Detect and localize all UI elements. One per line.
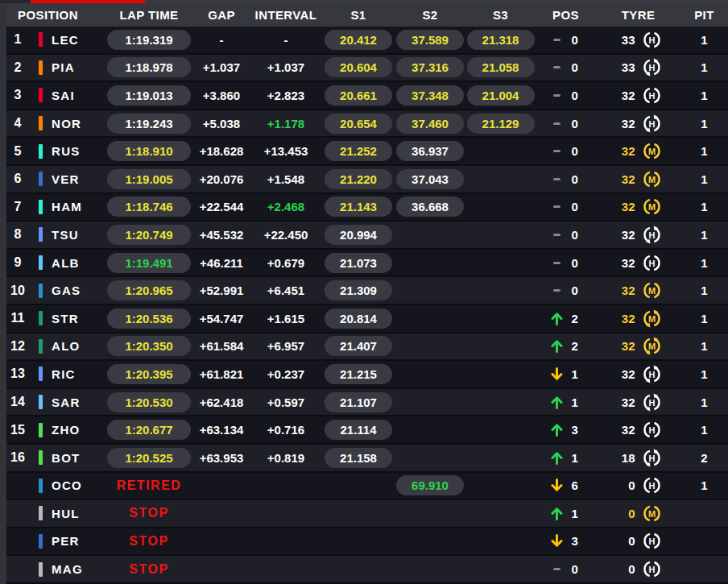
timing-row[interactable]: OCO RETIRED 69.910 6 0 H 1 bbox=[0, 473, 728, 501]
tyre-compound-icon: M bbox=[643, 337, 661, 355]
gap: +3.860 bbox=[193, 82, 250, 109]
driver-cell: RUS bbox=[35, 138, 105, 164]
driver-cell: PIA bbox=[35, 55, 105, 81]
tyre-compound-icon: H bbox=[643, 254, 661, 272]
driver-code: STR bbox=[52, 312, 79, 325]
sector-1-cell bbox=[322, 473, 395, 499]
driver-code: SAI bbox=[52, 89, 75, 102]
position-change-value: 2 bbox=[572, 339, 581, 353]
timing-row[interactable]: 1 LEC 1:19.319 - - 20.412 37.589 21.318 … bbox=[0, 27, 728, 55]
tyre-laps: 0 bbox=[616, 562, 635, 576]
sector-3-cell bbox=[465, 333, 536, 360]
svg-text:H: H bbox=[648, 91, 655, 101]
interval: +0.819 bbox=[250, 445, 322, 471]
timing-row[interactable]: 11 STR 1:20.536 +54.747 +1.615 20.814 2 … bbox=[0, 305, 728, 333]
lap-time-cell: STOP bbox=[105, 500, 193, 527]
timing-row[interactable]: 3 SAI 1:19.013 +3.860 +2.823 20.661 37.3… bbox=[0, 82, 728, 110]
timing-row[interactable]: 16 BOT 1:20.525 +63.953 +0.819 21.158 1 … bbox=[0, 445, 728, 473]
timing-row[interactable]: MAG STOP 0 0 H bbox=[0, 556, 728, 584]
lap-time: 1:19.005 bbox=[107, 169, 191, 189]
svg-text:H: H bbox=[648, 118, 655, 128]
tyre-cell: 33 H bbox=[596, 55, 680, 81]
position-change-cell: 2 bbox=[536, 305, 596, 332]
team-color-bar bbox=[39, 506, 43, 520]
timing-row[interactable]: HUL STOP 1 0 M bbox=[0, 500, 728, 528]
driver-cell: SAI bbox=[35, 82, 105, 109]
sector-1: 20.654 bbox=[325, 114, 392, 134]
timing-row[interactable]: 10 GAS 1:20.965 +52.991 +6.451 21.309 0 … bbox=[0, 277, 728, 305]
sector-2-cell: 37.589 bbox=[395, 27, 465, 53]
sector-3-cell bbox=[465, 556, 536, 582]
svg-text:H: H bbox=[648, 565, 655, 574]
pit-count: 1 bbox=[680, 110, 728, 137]
position-change-cell: 1 bbox=[536, 389, 596, 416]
progress-indicator bbox=[31, 0, 145, 3]
sector-2: 37.589 bbox=[396, 30, 464, 50]
position-change-value: 0 bbox=[572, 172, 581, 186]
lap-time: STOP bbox=[129, 534, 168, 549]
svg-text:M: M bbox=[647, 313, 655, 323]
tyre-compound-icon: H bbox=[643, 560, 661, 578]
position-change-icon bbox=[551, 205, 564, 208]
sector-3-cell: 21.318 bbox=[465, 27, 536, 53]
sector-3: 21.318 bbox=[467, 30, 535, 50]
tyre-cell: 0 M bbox=[596, 500, 680, 527]
column-header-position: POSITION bbox=[0, 8, 105, 22]
sector-2: 36.668 bbox=[396, 197, 464, 217]
tyre-laps: 0 bbox=[616, 478, 635, 492]
sector-2: 36.937 bbox=[396, 141, 464, 161]
position-change-value: 0 bbox=[572, 33, 581, 47]
sector-3-cell bbox=[465, 445, 536, 471]
position-change-cell: 0 bbox=[536, 27, 596, 53]
sector-3-cell bbox=[465, 222, 536, 248]
timing-row[interactable]: 6 VER 1:19.005 +20.076 +1.548 21.220 37.… bbox=[0, 166, 728, 194]
sector-2-cell: 37.348 bbox=[395, 82, 465, 109]
driver-code: PIA bbox=[52, 60, 75, 74]
lap-time: 1:20.536 bbox=[107, 309, 191, 329]
timing-row[interactable]: 9 ALB 1:19.491 +46.211 +0.679 21.073 0 3… bbox=[0, 250, 728, 278]
timing-row[interactable]: 13 RIC 1:20.395 +61.821 +0.237 21.215 1 … bbox=[0, 361, 728, 389]
sector-1-cell: 21.107 bbox=[322, 389, 395, 416]
tyre-cell: 32 H bbox=[596, 82, 680, 109]
lap-time-cell: 1:20.965 bbox=[105, 277, 193, 304]
position-change-cell: 0 bbox=[536, 277, 596, 304]
sector-1: 21.107 bbox=[325, 392, 392, 412]
interval: +13.453 bbox=[250, 138, 322, 164]
timing-row[interactable]: 14 SAR 1:20.530 +62.418 +0.597 21.107 1 … bbox=[0, 389, 728, 417]
timing-row[interactable]: 7 HAM 1:18.746 +22.544 +2.468 21.143 36.… bbox=[0, 194, 728, 222]
pit-count: 1 bbox=[680, 389, 728, 416]
sector-3-cell bbox=[465, 416, 536, 443]
driver-code: OCO bbox=[52, 478, 82, 492]
interval bbox=[250, 473, 322, 499]
position-change-value: 0 bbox=[572, 89, 581, 102]
column-header-interval: INTERVAL bbox=[250, 8, 322, 22]
pit-count: 1 bbox=[680, 416, 728, 443]
timing-row[interactable]: 2 PIA 1:18.978 +1.037 +1.037 20.604 37.3… bbox=[0, 55, 728, 83]
driver-code: ALO bbox=[52, 339, 81, 353]
tyre-cell: 32 M bbox=[596, 305, 680, 332]
timing-row[interactable]: 12 ALO 1:20.350 +61.584 +6.957 21.407 2 … bbox=[0, 333, 728, 362]
sector-3-cell bbox=[465, 500, 536, 527]
sector-1-cell: 20.661 bbox=[322, 82, 395, 109]
driver-cell: ZHO bbox=[35, 416, 105, 443]
timing-row[interactable]: 15 ZHO 1:20.677 +63.134 +0.716 21.114 3 … bbox=[0, 416, 728, 445]
sector-2: 37.043 bbox=[396, 169, 464, 189]
position-change-value: 0 bbox=[572, 256, 581, 270]
pit-count: 2 bbox=[680, 445, 728, 471]
timing-row[interactable]: 5 RUS 1:18.910 +18.628 +13.453 21.252 36… bbox=[0, 138, 728, 166]
position-change-cell: 3 bbox=[536, 416, 596, 443]
interval bbox=[250, 528, 322, 555]
sector-1: 21.143 bbox=[325, 197, 392, 217]
position-change-icon bbox=[551, 66, 564, 68]
sector-3-cell bbox=[465, 194, 536, 221]
position-change-cell: 1 bbox=[536, 500, 596, 527]
position-change-cell: 6 bbox=[536, 473, 596, 499]
sector-2-cell: 69.910 bbox=[395, 473, 465, 499]
tyre-compound-icon: H bbox=[643, 476, 661, 495]
timing-row[interactable]: 8 TSU 1:20.749 +45.532 +22.450 20.994 0 … bbox=[0, 222, 728, 250]
lap-time: 1:19.319 bbox=[107, 30, 191, 50]
interval: +0.679 bbox=[250, 250, 322, 276]
position-change-icon bbox=[551, 39, 564, 41]
timing-row[interactable]: PER STOP 3 0 H bbox=[0, 528, 728, 557]
timing-row[interactable]: 4 NOR 1:19.243 +5.038 +1.178 20.654 37.4… bbox=[0, 110, 728, 139]
